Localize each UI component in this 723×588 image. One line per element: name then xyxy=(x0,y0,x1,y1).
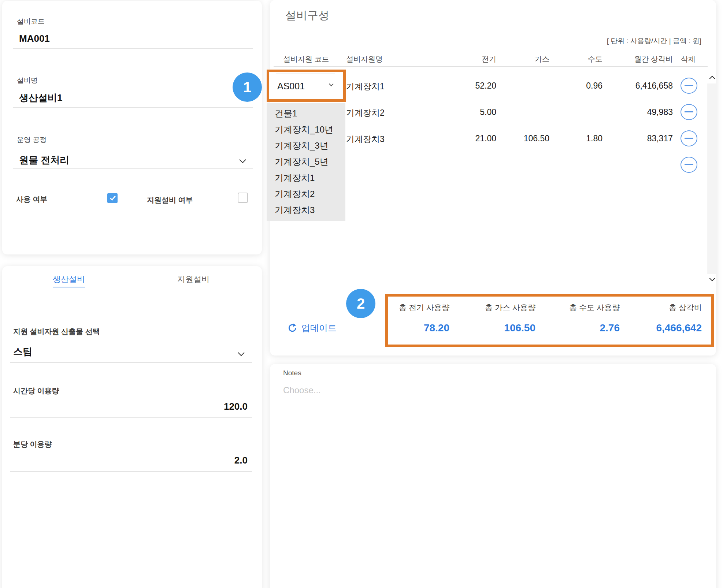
summary-group: 총 가스 사용량106.50 xyxy=(485,302,535,334)
support-checkbox[interactable] xyxy=(238,193,248,203)
per-minute-usage-label: 분당 이용량 xyxy=(13,439,52,449)
chevron-up-icon xyxy=(709,76,715,82)
summary-label: 총 상각비 xyxy=(656,302,702,313)
summary-label: 총 전기 사용량 xyxy=(399,302,449,313)
cell-name: 기계장치2 xyxy=(346,107,385,119)
update-button[interactable]: 업데이트 xyxy=(287,322,337,334)
dropdown-option[interactable]: 기계장치3 xyxy=(267,202,345,218)
dropdown-option[interactable]: 기계장치1 xyxy=(267,170,345,186)
output-select[interactable]: 스팀 xyxy=(13,345,32,358)
summary-label: 총 가스 사용량 xyxy=(485,302,535,313)
chevron-down-icon[interactable] xyxy=(239,156,246,163)
chevron-down-icon xyxy=(709,276,715,282)
refresh-icon xyxy=(287,323,298,334)
use-flag-label: 사용 여부 xyxy=(16,194,48,204)
summary-group: 총 상각비6,466,642 xyxy=(656,302,702,334)
facility-type-panel: 생산설비 지원설비 지원 설비자원 산출물 선택 스팀 시간당 이용량 120.… xyxy=(2,266,262,588)
divider xyxy=(274,66,708,67)
col-resource-name: 설비자원명 xyxy=(346,54,383,64)
delete-row-button[interactable] xyxy=(681,104,697,120)
resource-dropdown-menu: 건물1기계장치_10년기계장치_3년기계장치_5년기계장치1기계장치2기계장치3 xyxy=(267,103,345,221)
cell-dep: 49,983 xyxy=(647,107,673,117)
app-screen: 설비코드 MA001 설비명 생산설비1 운영 공정 원물 전처리 사용 여부 … xyxy=(0,0,723,588)
divider xyxy=(10,417,252,418)
col-water: 수도 xyxy=(588,54,602,64)
dropdown-option[interactable]: 기계장치_3년 xyxy=(267,138,345,154)
chevron-down-icon[interactable] xyxy=(238,349,244,356)
col-delete: 삭제 xyxy=(681,54,696,64)
cell-elec: 5.00 xyxy=(480,107,496,117)
cell-water: 0.96 xyxy=(586,81,602,91)
table-header: 설비자원 코드 설비자원명 전기 가스 수도 월간 상각비 삭제 xyxy=(270,54,716,64)
cell-name: 기계장치3 xyxy=(346,134,385,145)
tab-support-facility[interactable]: 지원설비 xyxy=(177,274,210,287)
delete-row-button[interactable] xyxy=(681,130,697,146)
delete-row-button[interactable] xyxy=(681,157,697,173)
notes-panel: Notes Choose... xyxy=(270,364,716,588)
notes-label: Notes xyxy=(283,369,301,377)
panel-title: 설비구성 xyxy=(285,8,329,23)
scroll-up-button[interactable] xyxy=(708,73,717,82)
divider xyxy=(13,168,253,169)
check-icon xyxy=(110,194,116,201)
summary-group: 총 수도 사용량2.76 xyxy=(569,302,620,334)
annotation-badge-1: 1 xyxy=(233,72,262,102)
summary-label: 총 수도 사용량 xyxy=(569,302,620,313)
summary-value: 2.76 xyxy=(569,322,620,334)
cell-elec: 21.00 xyxy=(475,134,496,144)
cell-gas: 106.50 xyxy=(524,134,549,144)
dropdown-option[interactable]: 건물1 xyxy=(267,105,345,122)
facility-name-input[interactable]: 생산설비1 xyxy=(19,92,62,104)
summary-value: 78.20 xyxy=(399,322,449,334)
col-depreciation: 월간 상각비 xyxy=(634,54,673,64)
notes-input[interactable]: Choose... xyxy=(283,385,321,395)
scroll-down-button[interactable] xyxy=(708,275,717,284)
resource-code-value: AS001 xyxy=(277,81,305,92)
hourly-usage-input[interactable]: 120.0 xyxy=(145,401,248,412)
process-select[interactable]: 원물 전처리 xyxy=(19,154,69,167)
scrollbar-track[interactable] xyxy=(708,83,716,274)
divider xyxy=(13,48,253,49)
unit-note: [ 단위 : 사용량/시간 | 금액 : 원] xyxy=(607,36,701,46)
update-button-label: 업데이트 xyxy=(301,322,337,334)
summary-group: 총 전기 사용량78.20 xyxy=(399,302,449,334)
process-label: 운영 공정 xyxy=(17,135,47,145)
summary-box: 총 전기 사용량78.20총 가스 사용량106.50총 수도 사용량2.76총… xyxy=(385,294,714,347)
per-minute-usage-input[interactable]: 2.0 xyxy=(145,455,248,466)
support-flag-label: 지원설비 여부 xyxy=(147,195,193,205)
summary-value: 106.50 xyxy=(485,322,535,334)
delete-row-button[interactable] xyxy=(681,78,697,94)
cell-elec: 52.20 xyxy=(475,81,496,91)
tab-production-facility[interactable]: 생산설비 xyxy=(53,274,85,287)
col-resource-code: 설비자원 코드 xyxy=(283,54,329,64)
summary-value: 6,466,642 xyxy=(656,322,702,334)
divider xyxy=(13,107,253,108)
annotation-badge-2: 2 xyxy=(346,289,375,318)
dropdown-option[interactable]: 기계장치_10년 xyxy=(267,122,345,138)
chevron-down-icon xyxy=(329,82,334,86)
cell-name: 기계장치1 xyxy=(346,81,385,92)
cell-water: 1.80 xyxy=(586,134,602,144)
use-checkbox[interactable] xyxy=(107,193,118,203)
dropdown-option[interactable]: 기계장치2 xyxy=(267,186,345,202)
dropdown-option[interactable]: 기계장치_5년 xyxy=(267,154,345,170)
cell-dep: 83,317 xyxy=(647,134,673,144)
facility-name-label: 설비명 xyxy=(17,76,38,85)
hourly-usage-label: 시간당 이용량 xyxy=(13,386,59,396)
cell-dep: 6,416,658 xyxy=(635,81,673,91)
divider xyxy=(10,471,252,472)
divider xyxy=(10,362,252,363)
output-select-label: 지원 설비자원 산출물 선택 xyxy=(13,327,100,336)
facility-code-label: 설비코드 xyxy=(17,17,45,26)
resource-code-select[interactable]: AS001 xyxy=(267,70,346,102)
divider xyxy=(276,74,335,74)
col-gas: 가스 xyxy=(535,54,549,64)
facility-code-input[interactable]: MA001 xyxy=(19,33,50,44)
col-electric: 전기 xyxy=(482,54,496,64)
facility-info-panel: 설비코드 MA001 설비명 생산설비1 운영 공정 원물 전처리 사용 여부 … xyxy=(2,1,262,254)
